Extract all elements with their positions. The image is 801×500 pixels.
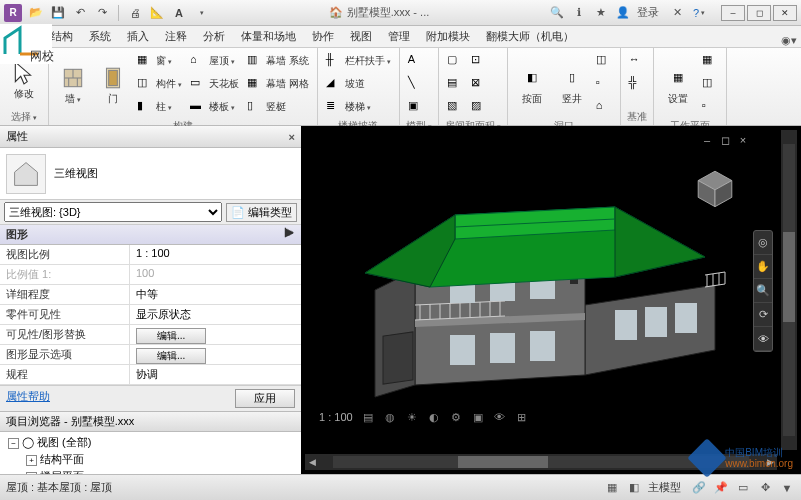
ribbon-collapse-icon[interactable]: ◉▾ xyxy=(781,34,797,47)
stair-button[interactable]: ≣楼梯 xyxy=(324,96,393,118)
user-icon[interactable]: 👤 xyxy=(615,5,631,21)
component-button[interactable]: ◫构件 xyxy=(135,73,184,95)
nav-orbit-icon[interactable]: ⟳ xyxy=(754,303,772,327)
curtain-grid-button[interactable]: ▦幕墙 网格 xyxy=(245,73,311,95)
properties-help-link[interactable]: 属性帮助 xyxy=(6,389,50,408)
room-button[interactable]: ▢ xyxy=(445,50,465,72)
edit-vg-button[interactable]: 编辑... xyxy=(136,328,206,344)
view-scale[interactable]: 1 : 100 xyxy=(319,411,353,423)
hide-icon[interactable]: 👁 xyxy=(493,410,507,424)
building-model[interactable] xyxy=(355,175,735,405)
model-line-button[interactable]: ╲ xyxy=(406,73,426,95)
tag-area-button[interactable]: ⊠ xyxy=(469,73,489,95)
prop-row-vg[interactable]: 可见性/图形替换编辑... xyxy=(0,325,301,345)
dormer-button[interactable]: ⌂ xyxy=(594,96,614,118)
tab-analyze[interactable]: 分析 xyxy=(196,26,232,47)
measure-icon[interactable]: 📐 xyxy=(149,5,165,21)
vp-minimize-icon[interactable]: – xyxy=(701,134,713,146)
wall-opening-button[interactable]: ◫ xyxy=(594,50,614,72)
mullion-button[interactable]: ▯竖梃 xyxy=(245,96,311,118)
maximize-button[interactable]: ◻ xyxy=(747,5,771,21)
tab-view[interactable]: 视图 xyxy=(343,26,379,47)
crop-icon[interactable]: ▣ xyxy=(471,410,485,424)
visual-style-icon[interactable]: ◍ xyxy=(383,410,397,424)
viewport-scrollbar-v[interactable] xyxy=(781,130,797,450)
search-icon[interactable]: 🔍 xyxy=(549,5,565,21)
set-workplane-button[interactable]: ▦设置 xyxy=(660,50,696,118)
login-link[interactable]: 登录 xyxy=(637,5,659,20)
vp-maximize-icon[interactable]: ◻ xyxy=(719,134,731,146)
close-panel-icon[interactable]: ✕ xyxy=(669,5,685,21)
shadow-icon[interactable]: ◐ xyxy=(427,410,441,424)
tree-struct-plan[interactable]: +结构平面 xyxy=(4,451,297,468)
edit-type-button[interactable]: 📄编辑类型 xyxy=(226,203,297,222)
floor-button[interactable]: ▬楼板 xyxy=(188,96,241,118)
door-button[interactable]: 门 xyxy=(95,50,131,118)
reveal-icon[interactable]: ⊞ xyxy=(515,410,529,424)
tree-views[interactable]: −◯ 视图 (全部) xyxy=(4,434,297,451)
render-icon[interactable]: ⚙ xyxy=(449,410,463,424)
select-links-icon[interactable]: 🔗 xyxy=(691,480,707,496)
text-icon[interactable]: A xyxy=(171,5,187,21)
design-options-icon[interactable]: ◧ xyxy=(626,480,642,496)
model-text-button[interactable]: A xyxy=(406,50,426,72)
tab-collaborate[interactable]: 协作 xyxy=(305,26,341,47)
group-select-label[interactable]: 选择 xyxy=(6,109,42,124)
railing-button[interactable]: ╫栏杆扶手 xyxy=(324,50,393,72)
tab-insert[interactable]: 插入 xyxy=(120,26,156,47)
nav-look-icon[interactable]: 👁 xyxy=(754,327,772,351)
drag-icon[interactable]: ✥ xyxy=(757,480,773,496)
tab-fanmo[interactable]: 翻模大师（机电） xyxy=(479,26,581,47)
open-icon[interactable]: 📂 xyxy=(28,5,44,21)
nav-wheel-icon[interactable]: ◎ xyxy=(754,231,772,255)
edit-display-button[interactable]: 编辑... xyxy=(136,348,206,364)
print-icon[interactable]: 🖨 xyxy=(127,5,143,21)
color-scheme-button[interactable]: ▨ xyxy=(469,96,489,118)
prop-group-graphics[interactable]: 图形⯈ xyxy=(0,225,301,245)
tab-systems[interactable]: 系统 xyxy=(82,26,118,47)
show-workplane-button[interactable]: ▦ xyxy=(700,50,720,72)
vp-close-icon[interactable]: × xyxy=(737,134,749,146)
redo-icon[interactable]: ↷ xyxy=(94,5,110,21)
area-button[interactable]: ▧ xyxy=(445,96,465,118)
select-pinned-icon[interactable]: 📌 xyxy=(713,480,729,496)
prop-row-detail[interactable]: 详细程度中等 xyxy=(0,285,301,305)
curtain-system-button[interactable]: ▥幕墙 系统 xyxy=(245,50,311,72)
vert-opening-button[interactable]: ▫ xyxy=(594,73,614,95)
grid-button[interactable]: ╬ xyxy=(627,73,647,95)
tree-toggle-icon[interactable]: − xyxy=(8,438,19,449)
select-underlay-icon[interactable]: ▭ xyxy=(735,480,751,496)
save-icon[interactable]: 💾 xyxy=(50,5,66,21)
viewport-3d[interactable]: – ◻ × ◎ ✋ 🔍 ⟳ 👁 xyxy=(301,126,801,474)
room-sep-button[interactable]: ▤ xyxy=(445,73,465,95)
apply-button[interactable]: 应用 xyxy=(235,389,295,408)
column-button[interactable]: ▮柱 xyxy=(135,96,184,118)
ref-plane-button[interactable]: ◫ xyxy=(700,73,720,95)
properties-close-icon[interactable]: × xyxy=(289,131,295,143)
tab-manage[interactable]: 管理 xyxy=(381,26,417,47)
tab-addins[interactable]: 附加模块 xyxy=(419,26,477,47)
ceiling-button[interactable]: ▭天花板 xyxy=(188,73,241,95)
shaft-button[interactable]: ▯竖井 xyxy=(554,50,590,118)
viewer-button[interactable]: ▫ xyxy=(700,96,720,118)
window-button[interactable]: ▦窗 xyxy=(135,50,184,72)
prop-row-visibility[interactable]: 零件可见性显示原状态 xyxy=(0,305,301,325)
tree-floor-plan[interactable]: −楼层平面 xyxy=(4,468,297,474)
type-selector[interactable]: 三维视图 xyxy=(0,148,301,200)
prop-row-scale[interactable]: 视图比例1 : 100 xyxy=(0,245,301,265)
close-button[interactable]: ✕ xyxy=(773,5,797,21)
main-model-label[interactable]: 主模型 xyxy=(648,480,681,495)
wall-button[interactable]: 墙 xyxy=(55,50,91,118)
app-icon[interactable]: R xyxy=(4,4,22,22)
undo-icon[interactable]: ↶ xyxy=(72,5,88,21)
by-face-button[interactable]: ◧按面 xyxy=(514,50,550,118)
filter-icon[interactable]: ▼ xyxy=(779,480,795,496)
info-icon[interactable]: ℹ xyxy=(571,5,587,21)
nav-pan-icon[interactable]: ✋ xyxy=(754,255,772,279)
detail-level-icon[interactable]: ▤ xyxy=(361,410,375,424)
model-group-button[interactable]: ▣ xyxy=(406,96,426,118)
prop-row-discipline[interactable]: 规程协调 xyxy=(0,365,301,385)
tab-massing[interactable]: 体量和场地 xyxy=(234,26,303,47)
tree-toggle-icon[interactable]: + xyxy=(26,455,37,466)
prop-row-display[interactable]: 图形显示选项编辑... xyxy=(0,345,301,365)
